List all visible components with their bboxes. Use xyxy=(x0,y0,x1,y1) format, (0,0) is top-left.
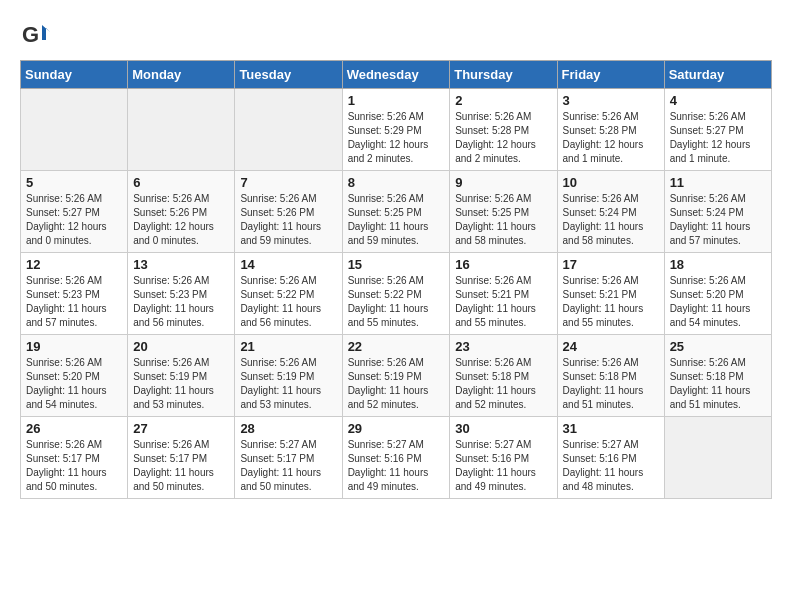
day-number: 19 xyxy=(26,339,122,354)
calendar-cell: 2Sunrise: 5:26 AM Sunset: 5:28 PM Daylig… xyxy=(450,89,557,171)
day-number: 27 xyxy=(133,421,229,436)
day-info: Sunrise: 5:26 AM Sunset: 5:23 PM Dayligh… xyxy=(26,274,122,330)
calendar-week-row: 1Sunrise: 5:26 AM Sunset: 5:29 PM Daylig… xyxy=(21,89,772,171)
calendar-cell: 7Sunrise: 5:26 AM Sunset: 5:26 PM Daylig… xyxy=(235,171,342,253)
calendar-cell: 20Sunrise: 5:26 AM Sunset: 5:19 PM Dayli… xyxy=(128,335,235,417)
day-info: Sunrise: 5:26 AM Sunset: 5:19 PM Dayligh… xyxy=(240,356,336,412)
calendar-week-row: 12Sunrise: 5:26 AM Sunset: 5:23 PM Dayli… xyxy=(21,253,772,335)
day-number: 26 xyxy=(26,421,122,436)
day-number: 31 xyxy=(563,421,659,436)
day-number: 10 xyxy=(563,175,659,190)
day-number: 23 xyxy=(455,339,551,354)
day-info: Sunrise: 5:26 AM Sunset: 5:19 PM Dayligh… xyxy=(348,356,445,412)
calendar-week-row: 5Sunrise: 5:26 AM Sunset: 5:27 PM Daylig… xyxy=(21,171,772,253)
day-number: 18 xyxy=(670,257,766,272)
day-number: 16 xyxy=(455,257,551,272)
day-number: 1 xyxy=(348,93,445,108)
calendar-cell: 17Sunrise: 5:26 AM Sunset: 5:21 PM Dayli… xyxy=(557,253,664,335)
day-number: 2 xyxy=(455,93,551,108)
day-header-saturday: Saturday xyxy=(664,61,771,89)
calendar-week-row: 19Sunrise: 5:26 AM Sunset: 5:20 PM Dayli… xyxy=(21,335,772,417)
calendar-cell: 30Sunrise: 5:27 AM Sunset: 5:16 PM Dayli… xyxy=(450,417,557,499)
svg-text:G: G xyxy=(22,22,39,47)
day-info: Sunrise: 5:27 AM Sunset: 5:16 PM Dayligh… xyxy=(348,438,445,494)
day-number: 14 xyxy=(240,257,336,272)
calendar-cell xyxy=(235,89,342,171)
day-number: 29 xyxy=(348,421,445,436)
day-info: Sunrise: 5:26 AM Sunset: 5:17 PM Dayligh… xyxy=(133,438,229,494)
calendar-cell: 9Sunrise: 5:26 AM Sunset: 5:25 PM Daylig… xyxy=(450,171,557,253)
calendar-cell: 24Sunrise: 5:26 AM Sunset: 5:18 PM Dayli… xyxy=(557,335,664,417)
calendar-cell: 6Sunrise: 5:26 AM Sunset: 5:26 PM Daylig… xyxy=(128,171,235,253)
calendar-cell: 15Sunrise: 5:26 AM Sunset: 5:22 PM Dayli… xyxy=(342,253,450,335)
calendar-cell: 29Sunrise: 5:27 AM Sunset: 5:16 PM Dayli… xyxy=(342,417,450,499)
day-number: 30 xyxy=(455,421,551,436)
header: G xyxy=(20,20,772,50)
day-info: Sunrise: 5:26 AM Sunset: 5:19 PM Dayligh… xyxy=(133,356,229,412)
day-info: Sunrise: 5:26 AM Sunset: 5:20 PM Dayligh… xyxy=(26,356,122,412)
day-number: 9 xyxy=(455,175,551,190)
day-info: Sunrise: 5:26 AM Sunset: 5:29 PM Dayligh… xyxy=(348,110,445,166)
calendar-cell: 8Sunrise: 5:26 AM Sunset: 5:25 PM Daylig… xyxy=(342,171,450,253)
calendar-cell: 18Sunrise: 5:26 AM Sunset: 5:20 PM Dayli… xyxy=(664,253,771,335)
day-number: 8 xyxy=(348,175,445,190)
day-number: 25 xyxy=(670,339,766,354)
day-number: 13 xyxy=(133,257,229,272)
day-header-monday: Monday xyxy=(128,61,235,89)
day-info: Sunrise: 5:26 AM Sunset: 5:23 PM Dayligh… xyxy=(133,274,229,330)
day-number: 17 xyxy=(563,257,659,272)
calendar-cell: 14Sunrise: 5:26 AM Sunset: 5:22 PM Dayli… xyxy=(235,253,342,335)
day-info: Sunrise: 5:26 AM Sunset: 5:21 PM Dayligh… xyxy=(455,274,551,330)
day-info: Sunrise: 5:26 AM Sunset: 5:22 PM Dayligh… xyxy=(348,274,445,330)
day-number: 12 xyxy=(26,257,122,272)
day-number: 7 xyxy=(240,175,336,190)
day-number: 11 xyxy=(670,175,766,190)
calendar-cell: 11Sunrise: 5:26 AM Sunset: 5:24 PM Dayli… xyxy=(664,171,771,253)
calendar-cell: 5Sunrise: 5:26 AM Sunset: 5:27 PM Daylig… xyxy=(21,171,128,253)
day-info: Sunrise: 5:26 AM Sunset: 5:25 PM Dayligh… xyxy=(348,192,445,248)
day-info: Sunrise: 5:26 AM Sunset: 5:27 PM Dayligh… xyxy=(670,110,766,166)
day-info: Sunrise: 5:26 AM Sunset: 5:26 PM Dayligh… xyxy=(240,192,336,248)
day-info: Sunrise: 5:26 AM Sunset: 5:25 PM Dayligh… xyxy=(455,192,551,248)
calendar-cell: 31Sunrise: 5:27 AM Sunset: 5:16 PM Dayli… xyxy=(557,417,664,499)
day-header-wednesday: Wednesday xyxy=(342,61,450,89)
day-number: 20 xyxy=(133,339,229,354)
day-info: Sunrise: 5:26 AM Sunset: 5:20 PM Dayligh… xyxy=(670,274,766,330)
logo-icon: G xyxy=(20,20,50,50)
day-info: Sunrise: 5:26 AM Sunset: 5:24 PM Dayligh… xyxy=(563,192,659,248)
calendar-cell: 27Sunrise: 5:26 AM Sunset: 5:17 PM Dayli… xyxy=(128,417,235,499)
day-header-friday: Friday xyxy=(557,61,664,89)
calendar-cell xyxy=(664,417,771,499)
calendar-cell xyxy=(21,89,128,171)
day-header-thursday: Thursday xyxy=(450,61,557,89)
day-info: Sunrise: 5:26 AM Sunset: 5:27 PM Dayligh… xyxy=(26,192,122,248)
calendar-cell: 16Sunrise: 5:26 AM Sunset: 5:21 PM Dayli… xyxy=(450,253,557,335)
day-info: Sunrise: 5:27 AM Sunset: 5:17 PM Dayligh… xyxy=(240,438,336,494)
calendar-cell: 26Sunrise: 5:26 AM Sunset: 5:17 PM Dayli… xyxy=(21,417,128,499)
calendar-header-row: SundayMondayTuesdayWednesdayThursdayFrid… xyxy=(21,61,772,89)
calendar: SundayMondayTuesdayWednesdayThursdayFrid… xyxy=(20,60,772,499)
calendar-cell: 3Sunrise: 5:26 AM Sunset: 5:28 PM Daylig… xyxy=(557,89,664,171)
svg-marker-1 xyxy=(42,25,50,40)
day-number: 24 xyxy=(563,339,659,354)
calendar-cell: 23Sunrise: 5:26 AM Sunset: 5:18 PM Dayli… xyxy=(450,335,557,417)
day-header-tuesday: Tuesday xyxy=(235,61,342,89)
day-number: 22 xyxy=(348,339,445,354)
calendar-week-row: 26Sunrise: 5:26 AM Sunset: 5:17 PM Dayli… xyxy=(21,417,772,499)
calendar-cell: 10Sunrise: 5:26 AM Sunset: 5:24 PM Dayli… xyxy=(557,171,664,253)
calendar-cell: 22Sunrise: 5:26 AM Sunset: 5:19 PM Dayli… xyxy=(342,335,450,417)
day-number: 3 xyxy=(563,93,659,108)
day-number: 28 xyxy=(240,421,336,436)
day-info: Sunrise: 5:26 AM Sunset: 5:18 PM Dayligh… xyxy=(670,356,766,412)
day-number: 21 xyxy=(240,339,336,354)
calendar-cell: 4Sunrise: 5:26 AM Sunset: 5:27 PM Daylig… xyxy=(664,89,771,171)
day-info: Sunrise: 5:26 AM Sunset: 5:17 PM Dayligh… xyxy=(26,438,122,494)
day-info: Sunrise: 5:27 AM Sunset: 5:16 PM Dayligh… xyxy=(455,438,551,494)
day-info: Sunrise: 5:26 AM Sunset: 5:28 PM Dayligh… xyxy=(455,110,551,166)
day-info: Sunrise: 5:26 AM Sunset: 5:24 PM Dayligh… xyxy=(670,192,766,248)
day-number: 6 xyxy=(133,175,229,190)
day-info: Sunrise: 5:26 AM Sunset: 5:28 PM Dayligh… xyxy=(563,110,659,166)
logo: G xyxy=(20,20,55,50)
day-info: Sunrise: 5:27 AM Sunset: 5:16 PM Dayligh… xyxy=(563,438,659,494)
calendar-cell: 19Sunrise: 5:26 AM Sunset: 5:20 PM Dayli… xyxy=(21,335,128,417)
